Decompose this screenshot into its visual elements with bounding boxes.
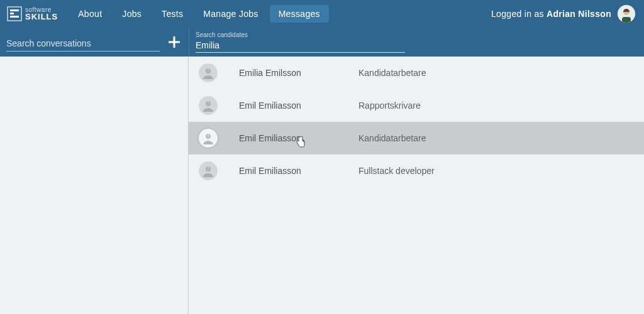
nav-messages[interactable]: Messages (270, 5, 329, 23)
candidate-row[interactable]: ? Emil Emiliasson Kandidatarbetare (189, 122, 644, 154)
person-placeholder-icon: ? (202, 132, 214, 144)
svg-rect-1 (10, 9, 19, 11)
svg-rect-0 (8, 7, 21, 21)
candidate-name: Emil Emiliasson (239, 133, 358, 143)
user-prefix: Logged in as (491, 9, 547, 19)
candidate-results: ? Emilia Emilsson Kandidatarbetare ? Emi… (189, 57, 644, 314)
candidate-row[interactable]: ? Emil Emiliasson Fullstack developer (189, 154, 644, 187)
person-placeholder-icon: ? (202, 165, 214, 177)
candidate-avatar: ? (199, 161, 218, 180)
candidate-role: Kandidatarbetare (358, 133, 426, 143)
sub-bar: Search candidates (0, 28, 644, 57)
candidate-avatar: ? (199, 129, 218, 148)
candidate-role: Kandidatarbetare (358, 68, 426, 78)
user-label: Logged in as Adrian Nilsson (491, 9, 611, 19)
svg-text:?: ? (207, 68, 209, 73)
svg-rect-3 (10, 16, 19, 18)
candidate-name: Emil Emiliasson (239, 166, 358, 176)
candidate-search-area: Search candidates (189, 28, 644, 57)
person-placeholder-icon: ? (202, 67, 214, 79)
candidate-search-input[interactable] (196, 39, 405, 52)
svg-rect-8 (169, 41, 180, 43)
candidate-row[interactable]: ? Emilia Emilsson Kandidatarbetare (189, 57, 644, 89)
candidate-row[interactable]: ? Emil Emiliasson Rapportskrivare (189, 89, 644, 122)
nav-about[interactable]: About (69, 5, 111, 23)
nav-manage-jobs[interactable]: Manage Jobs (194, 5, 267, 23)
brand-logo[interactable]: software SKILLS (6, 6, 58, 22)
candidate-avatar: ? (199, 63, 218, 82)
user-name: Adrian Nilsson (547, 9, 611, 19)
conversations-sidebar (0, 57, 189, 314)
candidate-role: Rapportskrivare (358, 100, 421, 111)
main-content: ? Emilia Emilsson Kandidatarbetare ? Emi… (0, 57, 644, 314)
primary-nav: About Jobs Tests Manage Jobs Messages (69, 5, 329, 23)
candidate-name: Emil Emiliasson (239, 100, 358, 111)
new-conversation-button[interactable] (166, 34, 182, 50)
conversations-search-input[interactable] (6, 36, 160, 51)
brand-logo-text: software SKILLS (25, 7, 58, 21)
top-nav: software SKILLS About Jobs Tests Manage … (0, 0, 644, 28)
brand-logo-mark (6, 6, 23, 22)
svg-text:?: ? (207, 134, 209, 138)
candidate-avatar: ? (199, 96, 218, 115)
svg-text:?: ? (207, 101, 209, 106)
candidate-search-label: Search candidates (196, 31, 638, 38)
user-avatar[interactable] (618, 5, 635, 23)
svg-rect-6 (622, 17, 631, 23)
candidate-name: Emilia Emilsson (239, 68, 358, 78)
user-area[interactable]: Logged in as Adrian Nilsson (491, 5, 635, 23)
nav-jobs[interactable]: Jobs (113, 5, 150, 23)
nav-tests[interactable]: Tests (153, 5, 192, 23)
candidate-role: Fullstack developer (358, 166, 435, 176)
svg-text:?: ? (207, 166, 209, 171)
svg-rect-2 (10, 13, 14, 14)
plus-icon (167, 35, 181, 49)
person-placeholder-icon: ? (202, 99, 214, 112)
brand-line2: SKILLS (25, 13, 58, 21)
conversations-search-area (0, 28, 189, 57)
